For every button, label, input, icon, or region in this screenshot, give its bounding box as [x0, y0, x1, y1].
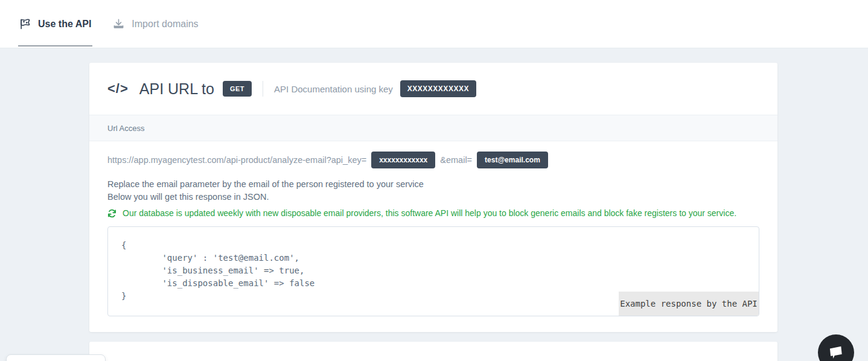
- description-line-1: Replace the email parameter by the email…: [107, 178, 759, 191]
- chat-bubble-icon: [827, 343, 845, 361]
- code-line: 'is_disposable_email' => false: [121, 277, 759, 290]
- chat-launcher-button[interactable]: [818, 334, 854, 361]
- api-key-value-badge: xxxxxxxxxxxx: [371, 152, 435, 168]
- note-text: Our database is updated weekly with new …: [123, 208, 736, 218]
- refresh-icon: [107, 209, 116, 218]
- code-line: 'is_business_email' => true,: [121, 264, 759, 277]
- code-line: {: [121, 239, 759, 252]
- header-divider: [263, 81, 263, 97]
- top-tab-bar: Use the API Import domains: [0, 0, 868, 48]
- example-response-box: { 'query' : 'test@email.com', 'is_busine…: [107, 226, 759, 316]
- description-text: Replace the email parameter by the email…: [89, 168, 777, 203]
- email-value-badge: test@email.com: [477, 152, 548, 168]
- card-title: API URL to: [139, 80, 214, 98]
- url-access-section-header: Url Access: [89, 115, 777, 141]
- tab-use-the-api[interactable]: Use the API: [18, 0, 92, 48]
- description-line-2: Below you will get this response in JSON…: [107, 191, 759, 203]
- code-line: 'query' : 'test@email.com',: [121, 252, 759, 264]
- flag-icon: [19, 18, 31, 30]
- api-doc-label: API Documentation using key: [274, 84, 393, 94]
- code-icon: </>: [107, 81, 129, 97]
- api-url-row: https://app.myagencytest.com/api-product…: [89, 141, 777, 168]
- next-section-card: [89, 342, 777, 361]
- api-url-base: https://app.myagencytest.com/api-product…: [107, 155, 366, 165]
- api-usage-card: </> API URL to GET API Documentation usi…: [89, 63, 777, 332]
- tab-use-the-api-label: Use the API: [38, 19, 91, 30]
- bottom-left-popup: [6, 354, 106, 361]
- email-param-label: &email=: [440, 155, 472, 165]
- database-update-note: Our database is updated weekly with new …: [89, 203, 777, 218]
- http-method-badge: GET: [223, 81, 252, 97]
- tab-import-domains[interactable]: Import domains: [112, 0, 199, 48]
- url-access-label: Url Access: [107, 124, 144, 133]
- example-response-caption: Example response by the API: [619, 292, 759, 316]
- api-key-masked-badge: XXXXXXXXXXXX: [400, 80, 476, 97]
- card-header: </> API URL to GET API Documentation usi…: [89, 63, 777, 115]
- tab-import-domains-label: Import domains: [132, 19, 198, 30]
- import-icon: [113, 18, 124, 30]
